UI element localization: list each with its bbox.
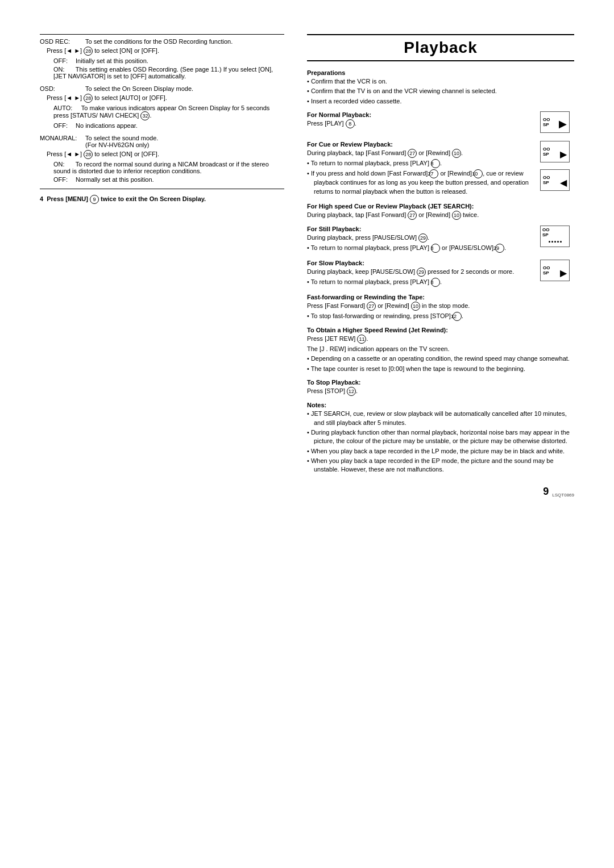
vcr-display-forward: OOSP ▶ — [540, 141, 570, 162]
cue-review-section: For Cue or Review Playback: During playb… — [307, 141, 574, 197]
stop-playback-heading: To Stop Playback: — [307, 379, 574, 386]
prep-bullet2: Confirm that the TV is on and the VCR vi… — [307, 87, 574, 95]
num-27d: 27 — [367, 302, 376, 311]
notes-bullet1: JET SEARCH, cue, review or slow playback… — [307, 410, 574, 427]
jet-rewind-section: To Obtain a Higher Speed Rewind (Jet Rew… — [307, 327, 574, 373]
still-sp: OOSP — [542, 227, 549, 237]
osd-rec-label-row: OSD REC: To set the conditions for the O… — [40, 38, 284, 45]
num-10d: 10 — [411, 302, 420, 311]
normal-playback-body: Press [PLAY] 8. — [307, 119, 534, 128]
bottom-rule — [40, 189, 284, 189]
notes-section: Notes: JET SEARCH, cue, review or slow p… — [307, 402, 574, 474]
osd-off: OFF: No indications appear. — [40, 122, 284, 129]
right-column: Playback Preparations Confirm that the V… — [307, 34, 574, 498]
jet-rewind-body1: Press [JET REW] 11. — [307, 335, 574, 344]
notes-bullet2: During playback function other than norm… — [307, 428, 574, 446]
num-27: 27 — [408, 149, 417, 158]
num-28: 28 — [84, 47, 93, 56]
spacer1 — [540, 165, 574, 169]
slow-playback-row: For Slow Playback: During playback, keep… — [307, 260, 574, 288]
num-29b: 29 — [495, 244, 504, 253]
osd-rec-desc: To set the conditions for the OSD Record… — [85, 38, 284, 45]
monaural-desc2: (For NV-HV62GN only) — [85, 141, 284, 148]
vcr-sp-label4: OOSP — [543, 265, 550, 276]
vcr-sp-label3: OOSP — [543, 175, 550, 185]
still-playback-body1: During playback, press [PAUSE/SLOW] 29. — [307, 233, 534, 243]
num-10: 10 — [452, 149, 461, 158]
page-number: 9 — [543, 486, 549, 498]
preparations-heading: Preparations — [307, 69, 574, 76]
normal-playback-section: For Normal Playback: Press [PLAY] 8. OOS… — [307, 111, 574, 135]
num-10b: 10 — [474, 169, 483, 178]
num-12: 12 — [453, 312, 462, 321]
osd-rec-on: ON: This setting enables OSD Recording. … — [40, 66, 284, 80]
high-speed-section: For High speed Cue or Review Playback (J… — [307, 203, 574, 220]
num-28b: 28 — [84, 94, 93, 103]
dots-row — [549, 241, 562, 243]
osd-rec-off: OFF: Initially set at this position. — [40, 57, 284, 64]
vcr-sp-label2: OOSP — [543, 147, 550, 157]
notes-bullet4: When you play back a tape recorded in th… — [307, 457, 574, 474]
monaural-desc1: To select the sound mode. — [85, 135, 284, 141]
num-11: 11 — [357, 335, 366, 344]
num-10c: 10 — [452, 211, 461, 220]
osd-auto-desc: To make various indicators appear On Scr… — [53, 105, 269, 119]
high-speed-body: During playback, tap [Fast Forward] 27 o… — [307, 211, 574, 220]
osd-rec-label: OSD REC: — [40, 38, 85, 45]
stop-playback-section: To Stop Playback: Press [STOP] 12. — [307, 379, 574, 396]
cue-review-body1: During playback, tap [Fast Forward] 27 o… — [307, 149, 534, 158]
monaural-bullet: Press [◄ ►] 28 to select [ON] or [OFF]. — [40, 150, 284, 159]
fast-forward-bullet: To stop fast-forwarding or rewinding, pr… — [307, 312, 574, 321]
monaural-off-desc: Normally set at this position. — [76, 176, 154, 183]
num-27b: 27 — [429, 169, 438, 178]
normal-playback-heading: For Normal Playback: — [307, 111, 534, 118]
left-column: OSD REC: To set the conditions for the O… — [40, 34, 284, 498]
osd-label: OSD: — [40, 85, 85, 92]
monaural-label: MONAURAL: — [40, 135, 85, 148]
lsq-code: LSQT0869 — [552, 493, 574, 498]
page-title-section: Playback — [307, 34, 574, 61]
monaural-label-row: MONAURAL: To select the sound mode. (For… — [40, 135, 284, 148]
osd-rec-bullet: Press [◄ ►] 28 to select [ON] or [OFF]. — [40, 47, 284, 56]
slow-playback-text: For Slow Playback: During playback, keep… — [307, 260, 534, 288]
stop-playback-body: Press [STOP] 12. — [307, 387, 574, 396]
cue-review-icon-col: OOSP ▶ OOSP ◀ — [540, 141, 574, 193]
page-footer: 9 LSQT0869 — [307, 486, 574, 498]
fast-forward-body1: Press [Fast Forward] 27 or [Rewind] 10 i… — [307, 302, 574, 311]
still-playback-row: For Still Playback: During playback, pre… — [307, 226, 574, 254]
dot4 — [557, 241, 559, 243]
fast-forward-heading: Fast-forwarding or Rewinding the Tape: — [307, 294, 574, 301]
still-playback-icon-col: OOSP — [540, 226, 574, 249]
jet-rewind-body2: The [J . REW] indication appears on the … — [307, 345, 574, 353]
vcr-sp-label: OOSP — [543, 117, 550, 127]
jet-rewind-heading: To Obtain a Higher Speed Rewind (Jet Rew… — [307, 327, 574, 333]
osd-rec-off-desc: Initially set at this position. — [76, 57, 148, 64]
normal-playback-text: For Normal Playback: Press [PLAY] 8. — [307, 111, 534, 130]
num-9: 9 — [90, 195, 99, 204]
vcr-display-still: OOSP — [540, 226, 570, 247]
num-28c: 28 — [84, 150, 93, 159]
dot1 — [549, 241, 550, 243]
top-rule — [40, 34, 284, 35]
slow-arrow-icon: ▶ — [560, 268, 567, 278]
osd-label-row: OSD: To select the On Screen Display mod… — [40, 85, 284, 92]
osd-off-desc: No indications appear. — [76, 122, 138, 129]
still-playback-bullet: To return to normal playback, press [PLA… — [307, 244, 534, 253]
forward-arrow-icon: ▶ — [560, 149, 567, 160]
vcr-display-rewind: OOSP ◀ — [540, 169, 570, 191]
page-container: OSD REC: To set the conditions for the O… — [40, 34, 574, 498]
step4-line: 4 Press [MENU] 9 twice to exit the On Sc… — [40, 195, 284, 204]
fast-forward-section: Fast-forwarding or Rewinding the Tape: P… — [307, 294, 574, 321]
osd-auto: AUTO: To make various indicators appear … — [40, 105, 284, 120]
notes-heading: Notes: — [307, 402, 574, 408]
dot2 — [551, 241, 553, 243]
cue-review-bullet2: If you press and hold down [Fast Forward… — [307, 169, 534, 196]
still-playback-text: For Still Playback: During playback, pre… — [307, 226, 534, 254]
preparations-section: Preparations Confirm that the VCR is on.… — [307, 69, 574, 106]
monaural-desc-col: To select the sound mode. (For NV-HV62GN… — [85, 135, 284, 148]
slow-playback-heading: For Slow Playback: — [307, 260, 534, 266]
monaural-on-desc: To record the normal sound during a NICA… — [53, 161, 269, 174]
cue-review-bullet1: To return to normal playback, press [PLA… — [307, 159, 534, 168]
num-27c: 27 — [408, 211, 417, 220]
normal-playback-row: For Normal Playback: Press [PLAY] 8. OOS… — [307, 111, 574, 135]
